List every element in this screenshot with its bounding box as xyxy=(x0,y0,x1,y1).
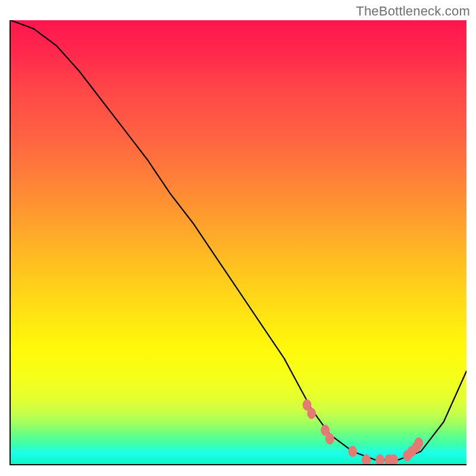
chart-container: TheBottleneck.com xyxy=(0,0,476,476)
data-marker xyxy=(325,433,334,444)
data-marker xyxy=(389,455,397,465)
data-marker xyxy=(362,455,370,465)
curve-path xyxy=(11,20,466,460)
chart-svg xyxy=(11,20,466,464)
data-marker xyxy=(375,455,384,465)
data-marker xyxy=(415,438,423,449)
plot-area xyxy=(10,20,466,465)
watermark-text: TheBottleneck.com xyxy=(356,4,470,19)
data-marker xyxy=(308,408,316,419)
data-marker xyxy=(349,446,357,457)
